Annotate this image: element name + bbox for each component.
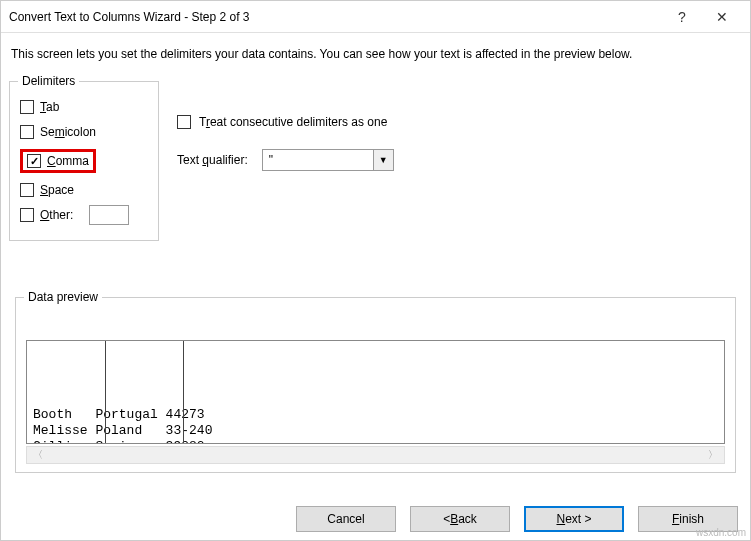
tab-checkbox-row[interactable]: Tab (20, 97, 148, 117)
consecutive-checkbox[interactable] (177, 115, 191, 129)
other-input[interactable] (89, 205, 129, 225)
back-button[interactable]: < Back (410, 506, 510, 532)
help-button[interactable]: ? (662, 3, 702, 31)
chevron-down-icon[interactable]: ▼ (373, 150, 393, 170)
qualifier-row: Text qualifier: " ▼ (177, 149, 742, 171)
horizontal-scrollbar[interactable]: 〈 〉 (26, 446, 725, 464)
semicolon-checkbox[interactable] (20, 125, 34, 139)
space-label: Space (40, 183, 74, 197)
scroll-right-icon[interactable]: 〉 (708, 448, 718, 462)
delimiters-fieldset: Delimiters Tab Semicolon Comma Space Oth… (9, 81, 159, 241)
semicolon-checkbox-row[interactable]: Semicolon (20, 122, 148, 142)
space-checkbox-row[interactable]: Space (20, 180, 148, 200)
comma-checkbox[interactable] (27, 154, 41, 168)
space-checkbox[interactable] (20, 183, 34, 197)
instruction-text: This screen lets you set the delimiters … (9, 47, 742, 61)
preview-fieldset: Data preview Booth Portugal 44273 Meliss… (15, 297, 736, 473)
semicolon-label: Semicolon (40, 125, 96, 139)
other-label: Other: (40, 208, 73, 222)
tab-label: Tab (40, 100, 59, 114)
scroll-left-icon[interactable]: 〈 (33, 448, 43, 462)
dialog-button-row: Cancel < Back Next > Finish (296, 506, 738, 532)
qualifier-value: " (263, 153, 373, 167)
preview-legend: Data preview (24, 290, 102, 304)
consecutive-row[interactable]: Treat consecutive delimiters as one (177, 115, 742, 129)
titlebar: Convert Text to Columns Wizard - Step 2 … (1, 1, 750, 33)
preview-box: Booth Portugal 44273 Melisse Poland 33-2… (26, 340, 725, 444)
other-checkbox[interactable] (20, 208, 34, 222)
tab-checkbox[interactable] (20, 100, 34, 114)
comma-highlight: Comma (20, 149, 96, 173)
next-button[interactable]: Next > (524, 506, 624, 532)
watermark: wsxdn.com (696, 527, 746, 538)
qualifier-select[interactable]: " ▼ (262, 149, 394, 171)
window-title: Convert Text to Columns Wizard - Step 2 … (9, 10, 662, 24)
delimiters-legend: Delimiters (18, 74, 79, 88)
qualifier-label: Text qualifier: (177, 153, 248, 167)
cancel-button[interactable]: Cancel (296, 506, 396, 532)
close-button[interactable]: ✕ (702, 3, 742, 31)
consecutive-label: Treat consecutive delimiters as one (199, 115, 387, 129)
other-checkbox-row[interactable]: Other: (20, 205, 148, 225)
comma-label: Comma (47, 154, 89, 168)
